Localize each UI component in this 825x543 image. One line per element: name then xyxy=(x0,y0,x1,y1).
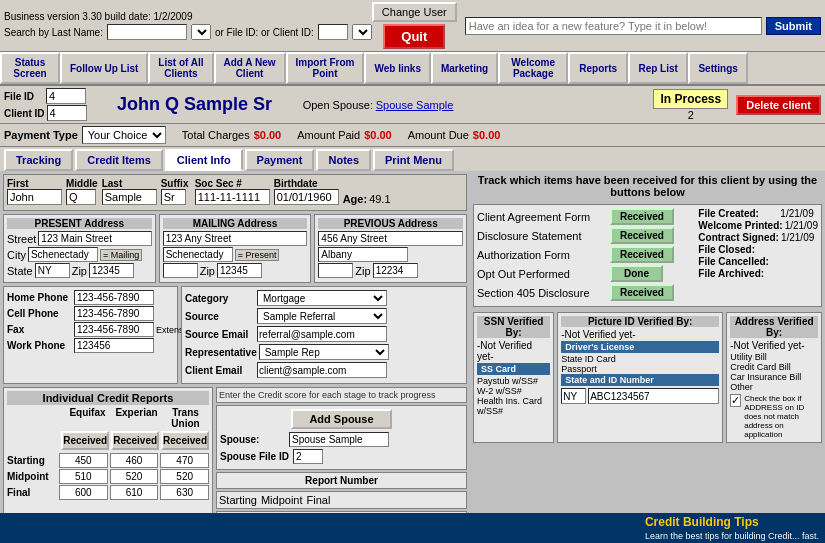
work-phone-input[interactable] xyxy=(74,338,154,353)
id-num-input[interactable] xyxy=(588,388,719,404)
state-id-card[interactable]: State ID Card xyxy=(561,354,719,364)
id-state-input[interactable] xyxy=(561,388,586,404)
previous-city-input[interactable] xyxy=(318,247,408,262)
source-select[interactable]: Sample Referral xyxy=(257,308,387,324)
client-agreement-btn[interactable]: Received xyxy=(610,208,674,225)
present-zip-input[interactable] xyxy=(89,263,134,278)
present-state-input[interactable] xyxy=(35,263,70,278)
bottom-bar: Credit Building Tips Learn the best tips… xyxy=(0,513,825,543)
ssn-title: SSN Verified By: xyxy=(477,316,550,338)
search-input[interactable] xyxy=(107,24,187,40)
fax-input[interactable] xyxy=(74,322,154,337)
tab-print-menu[interactable]: Print Menu xyxy=(373,149,454,171)
feature-input[interactable] xyxy=(465,17,762,35)
health-ins[interactable]: Health Ins. Card w/SS# xyxy=(477,396,550,416)
present-button[interactable]: = Present xyxy=(235,249,280,261)
quit-button[interactable]: Quit xyxy=(383,24,445,49)
mailing-city-input[interactable] xyxy=(163,247,233,262)
paystub[interactable]: Paystub w/SS# xyxy=(477,376,550,386)
payment-type-select[interactable]: Your Choice xyxy=(82,126,166,144)
change-user-button[interactable]: Change User xyxy=(372,2,457,22)
nav-settings[interactable]: Settings xyxy=(688,52,748,84)
due-label: Amount Due xyxy=(408,129,469,141)
tab-client-info[interactable]: Client Info xyxy=(165,149,243,171)
previous-state-input[interactable] xyxy=(318,263,353,278)
previous-street-input[interactable] xyxy=(318,231,463,246)
client-header: File ID Client ID John Q Sample Sr Open … xyxy=(0,86,825,124)
nav-welcome[interactable]: WelcomePackage xyxy=(498,52,568,84)
picture-id-title: Picture ID Verified By: xyxy=(561,316,719,327)
experian-received-btn[interactable]: Received xyxy=(111,431,159,450)
spouse-name-input[interactable] xyxy=(289,432,389,447)
spouse-link[interactable]: Spouse Sample xyxy=(376,99,454,111)
category-label: Category xyxy=(185,293,255,304)
equifax-received-btn[interactable]: Received xyxy=(61,431,109,450)
suffix-input[interactable] xyxy=(161,189,186,205)
file-archived-label: File Archived: xyxy=(698,268,778,279)
passport[interactable]: Passport xyxy=(561,364,719,374)
spouse-file-id-input[interactable] xyxy=(293,449,323,464)
state-and-id[interactable]: State and ID Number xyxy=(561,374,719,386)
nav-follow-up[interactable]: Follow Up List xyxy=(60,52,148,84)
file-id-input[interactable] xyxy=(46,88,86,104)
soc-sec-label: Soc Sec # xyxy=(195,178,270,189)
client-id-input[interactable] xyxy=(47,105,87,121)
nav-marketing[interactable]: Marketing xyxy=(431,52,498,84)
car-ins-bill[interactable]: Car Insurance Bill xyxy=(730,372,818,382)
previous-zip-input[interactable] xyxy=(373,263,418,278)
utility-bill[interactable]: Utility Bill xyxy=(730,352,818,362)
search-dropdown[interactable] xyxy=(191,24,211,40)
soc-sec-input[interactable] xyxy=(195,189,270,205)
opt-out-btn[interactable]: Done xyxy=(610,265,663,282)
mailing-street-input[interactable] xyxy=(163,231,308,246)
present-street-input[interactable] xyxy=(38,231,151,246)
last-input[interactable] xyxy=(102,189,157,205)
nav-status-screen[interactable]: StatusScreen xyxy=(0,52,60,84)
nav-import[interactable]: Import FromPoint xyxy=(286,52,365,84)
tab-credit-items[interactable]: Credit Items xyxy=(75,149,163,171)
client-id-label: Client ID xyxy=(4,108,45,119)
spouse-info: Open Spouse: Spouse Sample xyxy=(303,99,454,111)
nav-add-client[interactable]: Add A NewClient xyxy=(214,52,286,84)
fax-label: Fax xyxy=(7,324,72,335)
nav-rep-list[interactable]: Rep List xyxy=(628,52,688,84)
authorization-btn[interactable]: Received xyxy=(610,246,674,263)
client-email-input[interactable] xyxy=(257,362,387,378)
w2[interactable]: W-2 w/SS# xyxy=(477,386,550,396)
tab-notes[interactable]: Notes xyxy=(316,149,371,171)
mailing-zip-input[interactable] xyxy=(217,263,262,278)
addr-checkbox[interactable]: ✓ xyxy=(730,394,741,407)
category-select[interactable]: Mortgage xyxy=(257,290,387,306)
birthdate-input[interactable] xyxy=(274,189,339,205)
home-phone-input[interactable] xyxy=(74,290,154,305)
mailing-state-input[interactable] xyxy=(163,263,198,278)
source-email-input[interactable] xyxy=(257,326,387,342)
personal-info: First Middle Last Suffix xyxy=(3,174,467,211)
other-addr[interactable]: Other xyxy=(730,382,818,392)
city-label: City xyxy=(7,249,26,261)
delete-client-button[interactable]: Delete client xyxy=(736,95,821,115)
first-input[interactable] xyxy=(7,189,62,205)
credit-card-bill[interactable]: Credit Card Bill xyxy=(730,362,818,372)
middle-input[interactable] xyxy=(66,189,96,205)
mailing-title: MAILING Address xyxy=(163,218,308,229)
section405-btn[interactable]: Received xyxy=(610,284,674,301)
fileid-dropdown[interactable] xyxy=(352,24,372,40)
tab-payment[interactable]: Payment xyxy=(245,149,315,171)
tab-tracking[interactable]: Tracking xyxy=(4,149,73,171)
nav-web-links[interactable]: Web links xyxy=(364,52,431,84)
trans-received-btn[interactable]: Received xyxy=(161,431,209,450)
nav-list-clients[interactable]: List of AllClients xyxy=(148,52,213,84)
present-city-input[interactable] xyxy=(28,247,98,262)
ss-card[interactable]: SS Card xyxy=(477,363,550,375)
add-spouse-button[interactable]: Add Spouse xyxy=(291,409,391,429)
drivers-license[interactable]: Driver's License xyxy=(561,341,719,353)
cell-phone-input[interactable] xyxy=(74,306,154,321)
fileid-input[interactable] xyxy=(318,24,348,40)
submit-button[interactable]: Submit xyxy=(766,17,821,35)
rep-select[interactable]: Sample Rep xyxy=(259,344,389,360)
mailing-button[interactable]: = Mailing xyxy=(100,249,142,261)
file-info: File ID Client ID xyxy=(4,88,87,121)
nav-reports[interactable]: Reports xyxy=(568,52,628,84)
disclosure-btn[interactable]: Received xyxy=(610,227,674,244)
